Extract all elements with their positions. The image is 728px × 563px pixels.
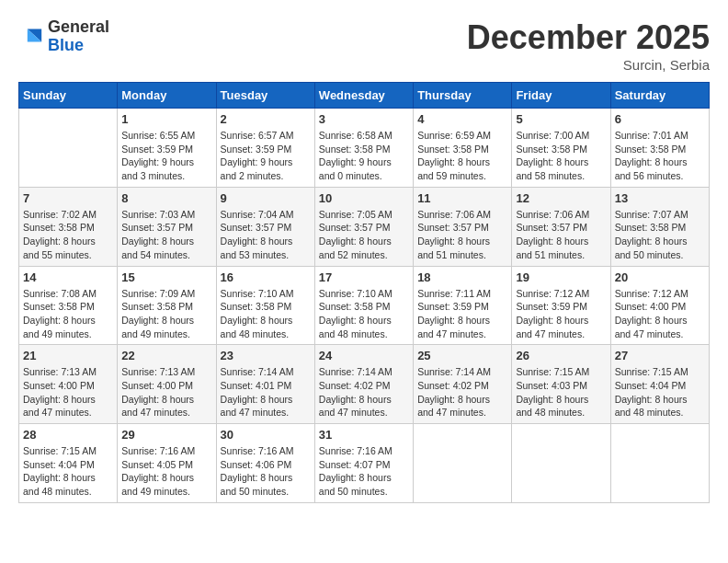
day-number: 2 <box>221 112 311 126</box>
calendar-day-cell: 6Sunrise: 7:01 AM Sunset: 3:58 PM Daylig… <box>610 109 709 188</box>
day-number: 13 <box>615 191 705 205</box>
day-number: 1 <box>121 112 211 126</box>
day-number: 18 <box>417 270 507 284</box>
calendar-day-cell: 17Sunrise: 7:10 AM Sunset: 3:58 PM Dayli… <box>314 266 413 345</box>
calendar-day-cell: 28Sunrise: 7:15 AM Sunset: 4:04 PM Dayli… <box>19 424 118 503</box>
day-info: Sunrise: 6:55 AM Sunset: 3:59 PM Dayligh… <box>121 129 211 183</box>
day-number: 10 <box>319 191 409 205</box>
day-info: Sunrise: 7:12 AM Sunset: 4:00 PM Dayligh… <box>615 287 705 341</box>
calendar-day-cell <box>512 424 610 503</box>
day-info: Sunrise: 6:57 AM Sunset: 3:59 PM Dayligh… <box>221 129 311 183</box>
calendar-day-cell <box>414 424 512 503</box>
day-number: 7 <box>23 191 113 205</box>
day-info: Sunrise: 7:16 AM Sunset: 4:05 PM Dayligh… <box>121 444 211 499</box>
calendar-day-cell: 26Sunrise: 7:15 AM Sunset: 4:03 PM Dayli… <box>512 345 610 424</box>
day-info: Sunrise: 7:15 AM Sunset: 4:04 PM Dayligh… <box>615 365 705 419</box>
calendar-day-cell: 16Sunrise: 7:10 AM Sunset: 3:58 PM Dayli… <box>216 266 314 345</box>
calendar-day-cell: 8Sunrise: 7:03 AM Sunset: 3:57 PM Daylig… <box>118 187 216 266</box>
calendar-week-row: 7Sunrise: 7:02 AM Sunset: 3:58 PM Daylig… <box>19 187 710 266</box>
day-number: 15 <box>121 270 211 284</box>
calendar-week-row: 21Sunrise: 7:13 AM Sunset: 4:00 PM Dayli… <box>19 345 710 424</box>
day-info: Sunrise: 7:15 AM Sunset: 4:03 PM Dayligh… <box>516 365 606 419</box>
calendar-week-row: 14Sunrise: 7:08 AM Sunset: 3:58 PM Dayli… <box>19 266 710 345</box>
day-info: Sunrise: 7:08 AM Sunset: 3:58 PM Dayligh… <box>23 287 113 341</box>
calendar-day-cell: 18Sunrise: 7:11 AM Sunset: 3:59 PM Dayli… <box>414 266 512 345</box>
day-number: 4 <box>417 112 507 126</box>
day-number: 9 <box>221 191 311 205</box>
calendar-day-cell: 13Sunrise: 7:07 AM Sunset: 3:58 PM Dayli… <box>610 187 709 266</box>
calendar-day-cell: 27Sunrise: 7:15 AM Sunset: 4:04 PM Dayli… <box>610 345 709 424</box>
calendar-day-cell: 12Sunrise: 7:06 AM Sunset: 3:57 PM Dayli… <box>512 187 610 266</box>
day-number: 27 <box>615 349 705 362</box>
day-info: Sunrise: 7:06 AM Sunset: 3:57 PM Dayligh… <box>417 208 507 262</box>
weekday-header-cell: Tuesday <box>216 83 314 109</box>
calendar-day-cell: 22Sunrise: 7:13 AM Sunset: 4:00 PM Dayli… <box>118 345 216 424</box>
day-info: Sunrise: 7:14 AM Sunset: 4:02 PM Dayligh… <box>417 365 507 419</box>
day-number: 16 <box>221 270 311 284</box>
day-number: 19 <box>516 270 606 284</box>
logo-general-text: General <box>48 18 109 37</box>
day-number: 11 <box>417 191 507 205</box>
calendar-table: SundayMondayTuesdayWednesdayThursdayFrid… <box>18 82 710 503</box>
calendar-day-cell: 21Sunrise: 7:13 AM Sunset: 4:00 PM Dayli… <box>19 345 118 424</box>
calendar-day-cell: 10Sunrise: 7:05 AM Sunset: 3:57 PM Dayli… <box>314 187 413 266</box>
calendar-day-cell: 15Sunrise: 7:09 AM Sunset: 3:58 PM Dayli… <box>118 266 216 345</box>
day-info: Sunrise: 7:05 AM Sunset: 3:57 PM Dayligh… <box>319 208 409 262</box>
calendar-day-cell: 29Sunrise: 7:16 AM Sunset: 4:05 PM Dayli… <box>118 424 216 503</box>
day-info: Sunrise: 7:11 AM Sunset: 3:59 PM Dayligh… <box>417 287 507 341</box>
title-block: December 2025 Surcin, Serbia <box>467 18 710 73</box>
calendar-week-row: 28Sunrise: 7:15 AM Sunset: 4:04 PM Dayli… <box>19 424 710 503</box>
weekday-header-cell: Wednesday <box>314 83 413 109</box>
day-number: 29 <box>121 428 211 442</box>
calendar-body: 1Sunrise: 6:55 AM Sunset: 3:59 PM Daylig… <box>19 109 710 503</box>
calendar-day-cell: 31Sunrise: 7:16 AM Sunset: 4:07 PM Dayli… <box>314 424 413 503</box>
calendar-day-cell: 3Sunrise: 6:58 AM Sunset: 3:58 PM Daylig… <box>314 109 413 188</box>
logo: General Blue <box>18 18 109 55</box>
calendar-day-cell <box>19 109 118 188</box>
calendar-day-cell: 5Sunrise: 7:00 AM Sunset: 3:58 PM Daylig… <box>512 109 610 188</box>
day-number: 17 <box>319 270 409 284</box>
calendar-day-cell <box>610 424 709 503</box>
calendar-day-cell: 25Sunrise: 7:14 AM Sunset: 4:02 PM Dayli… <box>414 345 512 424</box>
logo-blue-text: Blue <box>48 37 109 55</box>
day-info: Sunrise: 7:07 AM Sunset: 3:58 PM Dayligh… <box>615 208 705 262</box>
day-info: Sunrise: 6:58 AM Sunset: 3:58 PM Dayligh… <box>319 129 409 183</box>
day-number: 24 <box>319 349 409 362</box>
calendar-day-cell: 30Sunrise: 7:16 AM Sunset: 4:06 PM Dayli… <box>216 424 314 503</box>
day-info: Sunrise: 7:06 AM Sunset: 3:57 PM Dayligh… <box>516 208 606 262</box>
day-info: Sunrise: 7:14 AM Sunset: 4:02 PM Dayligh… <box>319 365 409 419</box>
day-info: Sunrise: 7:13 AM Sunset: 4:00 PM Dayligh… <box>121 365 211 419</box>
day-info: Sunrise: 7:16 AM Sunset: 4:07 PM Dayligh… <box>319 444 409 499</box>
day-number: 8 <box>121 191 211 205</box>
day-number: 12 <box>516 191 606 205</box>
day-info: Sunrise: 7:03 AM Sunset: 3:57 PM Dayligh… <box>121 208 211 262</box>
day-info: Sunrise: 7:04 AM Sunset: 3:57 PM Dayligh… <box>221 208 311 262</box>
weekday-header-cell: Sunday <box>19 83 118 109</box>
calendar-day-cell: 4Sunrise: 6:59 AM Sunset: 3:58 PM Daylig… <box>414 109 512 188</box>
day-number: 3 <box>319 112 409 126</box>
day-info: Sunrise: 7:02 AM Sunset: 3:58 PM Dayligh… <box>23 208 113 262</box>
day-number: 6 <box>615 112 705 126</box>
calendar-day-cell: 24Sunrise: 7:14 AM Sunset: 4:02 PM Dayli… <box>314 345 413 424</box>
day-info: Sunrise: 7:15 AM Sunset: 4:04 PM Dayligh… <box>23 444 113 499</box>
day-number: 25 <box>417 349 507 362</box>
day-info: Sunrise: 7:10 AM Sunset: 3:58 PM Dayligh… <box>319 287 409 341</box>
day-info: Sunrise: 7:12 AM Sunset: 3:59 PM Dayligh… <box>516 287 606 341</box>
day-info: Sunrise: 6:59 AM Sunset: 3:58 PM Dayligh… <box>417 129 507 183</box>
day-info: Sunrise: 7:14 AM Sunset: 4:01 PM Dayligh… <box>221 365 311 419</box>
day-info: Sunrise: 7:00 AM Sunset: 3:58 PM Dayligh… <box>516 129 606 183</box>
logo-icon <box>18 24 44 50</box>
month-title: December 2025 <box>467 18 710 57</box>
calendar-day-cell: 14Sunrise: 7:08 AM Sunset: 3:58 PM Dayli… <box>19 266 118 345</box>
day-info: Sunrise: 7:16 AM Sunset: 4:06 PM Dayligh… <box>221 444 311 499</box>
day-number: 31 <box>319 428 409 442</box>
calendar-day-cell: 20Sunrise: 7:12 AM Sunset: 4:00 PM Dayli… <box>610 266 709 345</box>
weekday-header-cell: Friday <box>512 83 610 109</box>
calendar-week-row: 1Sunrise: 6:55 AM Sunset: 3:59 PM Daylig… <box>19 109 710 188</box>
calendar-day-cell: 9Sunrise: 7:04 AM Sunset: 3:57 PM Daylig… <box>216 187 314 266</box>
page-header: General Blue December 2025 Surcin, Serbi… <box>18 18 710 73</box>
day-info: Sunrise: 7:10 AM Sunset: 3:58 PM Dayligh… <box>221 287 311 341</box>
day-number: 21 <box>23 349 113 362</box>
calendar-day-cell: 2Sunrise: 6:57 AM Sunset: 3:59 PM Daylig… <box>216 109 314 188</box>
day-number: 23 <box>221 349 311 362</box>
